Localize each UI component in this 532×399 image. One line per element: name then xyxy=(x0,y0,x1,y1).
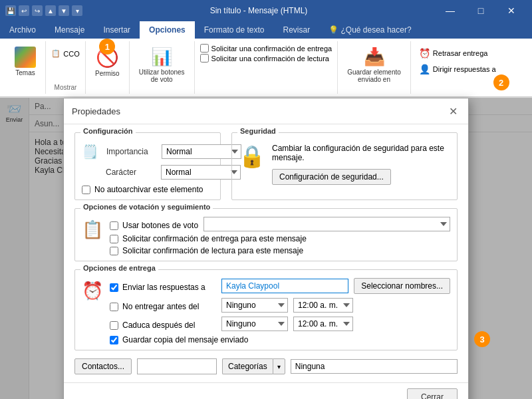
maximize-button[interactable]: □ xyxy=(466,0,496,21)
retrasar-button[interactable]: ⏰ Retrasar entrega xyxy=(416,47,499,60)
minimize-button[interactable]: — xyxy=(435,0,466,21)
delivery-icon: ⏰ xyxy=(82,281,103,301)
caduca-row: Caduca después del Ninguno 12:00 a. m. xyxy=(110,317,450,331)
ribbon-group-retrasar: ⏰ Retrasar entrega 👤 Dirigir respuestas … xyxy=(411,41,504,94)
caduca-check[interactable]: Caduca después del xyxy=(110,321,216,330)
check-confirmacion-entrega[interactable]: Solicitar una confirmación de entrega xyxy=(200,44,332,53)
select-names-button[interactable]: Seleccionar nombres... xyxy=(354,278,450,294)
caduca-fecha-select[interactable]: Ninguno xyxy=(221,317,288,331)
dialog-body: Configuración 🗒️ Importancia Normal Cará… xyxy=(64,124,468,382)
contactos-value xyxy=(137,358,217,374)
checkbox-botones-voto[interactable] xyxy=(110,221,118,230)
seguridad-content: 🔒 Cambiar la configuración de seguridad … xyxy=(239,144,450,185)
temas-icon xyxy=(15,47,36,68)
dialog-overlay: Propiedades ✕ Configuración 🗒️ Importanc… xyxy=(0,98,532,399)
bottom-row: Contactos... Categorías ▾ Ninguna xyxy=(74,358,458,374)
dialog-close-button[interactable]: ✕ xyxy=(446,104,460,118)
tab-opciones[interactable]: Opciones xyxy=(140,21,195,39)
retrasar-icon: ⏰ xyxy=(419,48,430,59)
ribbon-content: Temas 📋 CCO Mostrar 🚫 Permiso 1 📊 Utiliz… xyxy=(0,39,532,97)
checkbox-lectura[interactable] xyxy=(200,54,209,63)
checkbox-autoarchivar[interactable] xyxy=(82,186,90,194)
ribbon-group-permiso: 🚫 Permiso 1 xyxy=(86,41,130,94)
tab-mensaje[interactable]: Mensaje xyxy=(45,21,94,39)
checkbox-no-entregar[interactable] xyxy=(110,303,118,311)
config-icon: 🗒️ xyxy=(82,144,98,160)
importancia-select[interactable]: Normal xyxy=(162,144,241,159)
section-votacion: Opciones de votación y seguimiento 📋 Usa… xyxy=(74,208,458,261)
solicitar-lectura-check[interactable]: Solicitar confirmación de lectura para e… xyxy=(110,246,450,255)
more-icon[interactable]: ▾ xyxy=(72,5,82,16)
ribbon-group-mostrar: 📋 CCO Mostrar xyxy=(46,41,86,94)
caracter-row: Carácter Normal xyxy=(82,165,213,180)
dirigir-button[interactable]: 👤 Dirigir respuestas a xyxy=(416,63,499,76)
dirigir-icon: 👤 xyxy=(419,64,430,74)
categorias-button[interactable]: Categorías xyxy=(222,358,273,374)
categorias-group: Categorías ▾ xyxy=(222,358,285,374)
seguridad-config-button[interactable]: Configuración de seguridad... xyxy=(272,169,391,185)
tab-archivo[interactable]: Archivo xyxy=(0,21,45,39)
checkbox-entrega[interactable] xyxy=(200,44,209,53)
up-icon[interactable]: ▲ xyxy=(45,5,56,16)
dialog-cerrar-button[interactable]: Cerrar xyxy=(407,388,458,399)
no-entregar-check[interactable]: No entregar antes del xyxy=(110,302,216,311)
redo-icon[interactable]: ↪ xyxy=(32,5,43,16)
checkbox-guardar-copia[interactable] xyxy=(110,336,118,344)
ribbon-group-votos: 📊 Utilizar botones de voto xyxy=(130,41,195,94)
ribbon-tabs: Archivo Mensaje Insertar Opciones Format… xyxy=(0,21,532,39)
tab-formato[interactable]: Formato de texto xyxy=(195,21,274,39)
caduca-hora-select[interactable]: 12:00 a. m. xyxy=(293,317,353,331)
votos-button[interactable]: 📊 Utilizar botones de voto xyxy=(135,44,189,86)
enviar-respuestas-check[interactable]: Enviar las respuestas a xyxy=(110,283,216,292)
usar-botones-row: Usar botones de voto xyxy=(110,217,450,231)
checkbox-caduca[interactable] xyxy=(110,321,118,330)
checkbox-solicitar-lectura[interactable] xyxy=(110,247,118,255)
window-buttons: — □ ✕ xyxy=(435,0,527,21)
down-icon[interactable]: ▼ xyxy=(59,5,69,16)
guardar-button[interactable]: 📥 Guardar elemento enviado en xyxy=(343,44,405,86)
ribbon-group-guardar: 📥 Guardar elemento enviado en xyxy=(338,41,411,94)
checkbox-solicitar-entrega[interactable] xyxy=(110,235,118,243)
no-entregar-row: No entregar antes del Ninguno 12:00 a. m… xyxy=(110,298,450,313)
importancia-row: 🗒️ Importancia Normal xyxy=(82,144,213,160)
tab-revisar[interactable]: Revisar xyxy=(273,21,319,39)
temas-button[interactable]: Temas xyxy=(11,44,40,79)
undo-icon[interactable]: ↩ xyxy=(19,5,29,16)
caracter-select[interactable]: Normal xyxy=(161,165,241,180)
dialog-titlebar: Propiedades ✕ xyxy=(64,98,468,124)
badge-2: 2 xyxy=(493,74,509,90)
guardar-copia-check[interactable]: Guardar copia del mensaje enviado xyxy=(110,335,450,344)
title-bar-controls: 💾 ↩ ↪ ▲ ▼ ▾ xyxy=(5,5,82,16)
categorias-value: Ninguna xyxy=(291,359,458,374)
checkbox-enviar-respuestas[interactable] xyxy=(110,283,118,292)
solicitar-entrega-check[interactable]: Solicitar confirmación de entrega para e… xyxy=(110,234,450,243)
no-entregar-fecha-select[interactable]: Ninguno xyxy=(221,298,288,313)
usar-botones-check[interactable]: Usar botones de voto xyxy=(110,221,198,230)
ribbon-group-checks: Solicitar una confirmación de entrega So… xyxy=(195,41,338,94)
reply-to-row: Enviar las respuestas a Seleccionar nomb… xyxy=(110,278,450,294)
no-entregar-hora-select[interactable]: 12:00 a. m. xyxy=(293,298,353,313)
ribbon-checks-group: Solicitar una confirmación de entrega So… xyxy=(200,44,332,63)
lightbulb-icon: 💡 xyxy=(329,25,338,35)
section-seguridad: Seguridad 🔒 Cambiar la configuración de … xyxy=(231,132,458,200)
ribbon: Archivo Mensaje Insertar Opciones Format… xyxy=(0,21,532,98)
close-button[interactable]: ✕ xyxy=(496,0,527,21)
tab-insertar[interactable]: Insertar xyxy=(94,21,140,39)
no-autoarchivar-check[interactable]: No autoarchivar este elemento xyxy=(82,185,213,194)
categorias-arrow-button[interactable]: ▾ xyxy=(273,358,285,374)
top-sections: Configuración 🗒️ Importancia Normal Cará… xyxy=(74,132,458,200)
bcc-button[interactable]: 📋 CCO xyxy=(51,49,79,58)
ribbon-group-temas: Temas xyxy=(5,41,46,94)
main-area: 📨 Enviar Pa... Asun... Hola a todo... Ne… xyxy=(0,98,532,399)
title-bar: 💾 ↩ ↪ ▲ ▼ ▾ Sin título - Mensaje (HTML) … xyxy=(0,0,532,21)
contactos-button[interactable]: Contactos... xyxy=(74,358,132,374)
check-confirmacion-lectura[interactable]: Solicitar una confirmación de lectura xyxy=(200,54,332,63)
reply-to-input[interactable] xyxy=(221,279,348,293)
votacion-opciones-select[interactable] xyxy=(203,217,450,231)
save-icon[interactable]: 💾 xyxy=(5,5,16,16)
extra-buttons: ⏰ Retrasar entrega 👤 Dirigir respuestas … xyxy=(416,47,499,76)
lock-icon: 🔒 xyxy=(239,144,265,169)
dialog-footer: Cerrar xyxy=(64,382,468,399)
tab-ayuda[interactable]: 💡 ¿Qué desea hacer? xyxy=(319,21,420,39)
section-configuracion: Configuración 🗒️ Importancia Normal Cará… xyxy=(74,132,221,200)
